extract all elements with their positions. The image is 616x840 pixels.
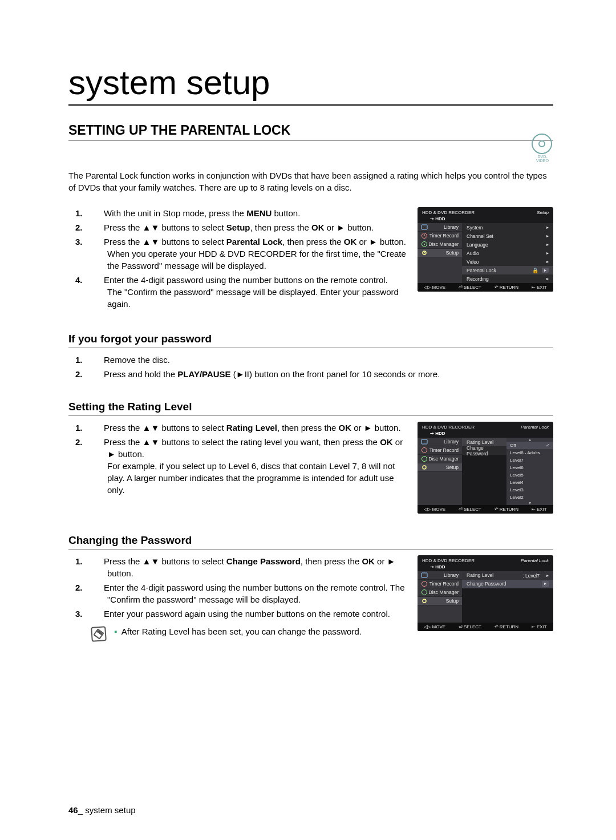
svg-point-13 [423,599,426,603]
note: ▪ After Rating Level has been set, you c… [91,627,406,641]
svg-point-7 [422,448,427,453]
tv-icon [421,224,428,231]
lock-icon: 🔒 [532,268,538,273]
main-steps-list: 1.With the unit in Stop mode, press the … [91,207,406,310]
svg-point-12 [422,590,427,595]
note-icon [91,626,107,642]
page-title: system setup [68,63,553,106]
svg-point-9 [423,466,426,469]
chevron-right-icon: ▸ [546,225,549,230]
check-icon: ✓ [546,443,550,448]
osd-change-password: HDD & DVD RECORDERParental Lock ➞ HDD Li… [418,555,553,631]
intro-paragraph: The Parental Lock function works in conj… [68,169,553,193]
gear-icon [421,249,428,256]
svg-rect-10 [422,573,427,578]
osd-rating-level: HDD & DVD RECORDERParental Lock ➞ HDD Li… [418,422,553,514]
forgot-heading: If you forgot your password [68,333,553,348]
osd-setup-menu: HDD & DVD RECORDERSetup ➞ HDD Library Ti… [418,207,553,292]
svg-point-11 [422,581,427,587]
rating-heading: Setting the Rating Level [68,401,553,416]
svg-point-8 [422,457,427,462]
svg-point-5 [424,252,425,253]
clock-icon [421,232,428,239]
rating-steps: 1.Press the ▲▼ buttons to select Rating … [91,422,406,496]
change-steps: 1.Press the ▲▼ buttons to select Change … [91,555,406,620]
disc-icon [421,241,428,248]
svg-point-3 [424,244,425,245]
svg-rect-0 [422,225,427,229]
section-heading: SETTING UP THE PARENTAL LOCK [68,123,553,141]
forgot-steps: 1.Remove the disc. 2.Press and hold the … [91,354,553,380]
svg-rect-6 [422,439,427,444]
dvd-video-badge: DVD-VIDEO [532,134,553,159]
page-footer: 46_ system setup [68,805,136,815]
change-heading: Changing the Password [68,534,553,550]
